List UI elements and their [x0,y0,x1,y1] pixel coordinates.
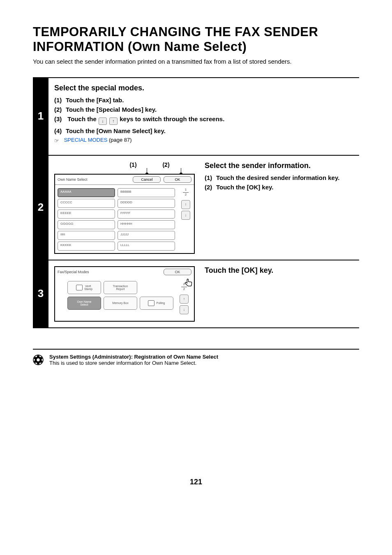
special-modes-link[interactable]: SPECIAL MODES [64,137,108,143]
step2-sub2-text: Touch the [OK] key. [216,184,273,191]
scroll-up-button[interactable]: ↑ [181,200,190,209]
callout-lines [54,168,195,174]
sender-item-a[interactable]: AAAAA [58,188,115,197]
step1-sub3-text-b: keys to switch through the screens. [120,115,224,122]
memory-box-button[interactable]: Memory Box [104,297,137,310]
verif-stamp-button[interactable]: Verif. Stamp [67,281,101,294]
stamp-icon [76,285,83,290]
transaction-report-label: Transaction Report [113,285,128,291]
step2-sub1: (1)Touch the desired sender information … [205,174,339,181]
step2-sub-num-1: (1) [205,174,216,181]
cancel-button[interactable]: Cancel [133,176,161,183]
callout-2-label: (2) [150,161,182,168]
own-name-select-screen: Own Name Select Cancel OK AAAAA BBBBB [54,174,195,254]
own-name-list-area: AAAAA BBBBB CCCCC DDDDD EEEEE FFFFF GGGG… [55,185,194,253]
page-indicator: 1 2 [183,188,189,197]
arrow-down-icon: ↓ [183,307,185,312]
step1-sub1-text: Touch the [Fax] tab. [66,97,124,104]
sender-list: AAAAA BBBBB CCCCC DDDDD EEEEE FFFFF GGGG… [55,185,178,253]
sender-item-d[interactable]: DDDDD [118,199,175,208]
sender-item-g[interactable]: GGGGG [58,220,115,229]
own-name-screen-title: Own Name Select [58,177,88,182]
step-1-title: Select the special modes. [54,84,359,92]
sender-item-h[interactable]: HHHHH [118,220,175,229]
polling-button[interactable]: Polling [140,297,173,310]
sub-num-1: (1) [54,97,66,104]
sender-item-l[interactable]: LLLLL [118,242,175,251]
ok-button[interactable]: OK [164,176,191,183]
own-name-header: Own Name Select Cancel OK [55,175,194,185]
step-number-1: 1 [33,77,48,155]
special-modes-body: Verif. Stamp Transaction Report Own Name… [55,277,194,321]
step-3-body: Fax/Special Modes OK Verif. Stamp [48,260,359,327]
step-number-3: 3 [33,260,48,327]
verif-stamp-label: Verif. Stamp [84,285,92,291]
admin-note: System Settings (Administrator): Registr… [33,352,359,371]
sender-item-i[interactable]: IIIII [58,231,115,240]
polling-icon [148,300,154,306]
step1-sub3-text-a: Touch the [67,115,98,122]
step-2-body: (1) (2) Own Name Select Cancel [48,155,359,260]
sender-item-c[interactable]: CCCCC [58,199,115,208]
admin-title: System Settings (Administrator): Registr… [49,354,218,360]
step1-sub2: (2)Touch the [Special Modes] key. [54,106,359,113]
link-page-ref: (page 87) [107,137,131,143]
step2-title: Select the sender information. [205,161,339,170]
special-modes-grid: Verif. Stamp Transaction Report Own Name… [57,279,173,317]
sender-item-j[interactable]: JJJJJ [118,231,175,240]
special-modes-header: Fax/Special Modes OK [55,267,194,277]
memory-box-label: Memory Box [112,302,128,305]
sm-page-current: 2 [181,283,187,286]
polling-label: Polling [156,302,165,305]
step1-sub2-text: Touch the [Special Modes] key. [66,106,157,113]
sender-item-e[interactable]: EEEEE [58,210,115,219]
step1-linkline: ☞ SPECIAL MODES (page 87) [54,137,359,144]
page-total: 2 [183,193,189,197]
step2-right: Select the sender information. (1)Touch … [205,161,339,193]
document-page: TEMPORARILY CHANGING THE FAX SENDER INFO… [0,0,392,503]
step1-sub4: (4)Touch the [Own Name Select] key. [54,127,359,134]
step2-sub2: (2)Touch the [OK] key. [205,184,339,191]
step-1: 1 Select the special modes. (1)Touch the… [33,77,359,155]
step1-sub4-text: Touch the [Own Name Select] key. [66,127,166,134]
arrow-up-icon: ↑ [185,202,187,207]
callout-row: (1) (2) [54,161,195,168]
page-title: TEMPORARILY CHANGING THE FAX SENDER INFO… [33,25,359,54]
sm-ok-button[interactable]: OK [164,269,191,275]
arrow-down-icon: ↓ [185,213,187,217]
sm-scroll-down-button[interactable]: ↓ [180,305,189,314]
page-title-line1: TEMPORARILY CHANGING THE FAX SENDER [33,25,318,39]
sm-page-total: 2 [181,288,187,291]
page-current: 1 [183,188,189,192]
sm-scroll-up-button[interactable]: ↑ [180,295,189,304]
scroll-down-button[interactable]: ↓ [181,211,190,220]
gear-icon [33,355,44,365]
own-name-select-button[interactable]: Own Name Select [67,297,101,310]
sm-sidebar: 2 2 ↑ ↓ [176,279,192,317]
arrow-down-inline-icon: ↓ [99,117,107,125]
step-2: 2 (1) (2) Own Name [33,155,359,260]
transaction-report-button[interactable]: Transaction Report [104,281,137,294]
sub-num-3: (3) [54,115,66,122]
step2-sub-num-2: (2) [205,184,216,191]
page-number: 121 [33,478,359,486]
callout-1-label: (1) [117,161,150,168]
sub-num-4: (4) [54,127,66,134]
sub-num-2: (2) [54,106,66,113]
step-1-body: Select the special modes. (1)Touch the [… [48,77,359,155]
admin-text: This is used to store sender information… [49,360,218,366]
pointer-icon: ☞ [54,138,62,144]
sender-item-k[interactable]: KKKKK [58,242,115,251]
admin-text-block: System Settings (Administrator): Registr… [49,354,218,366]
step1-sub1: (1)Touch the [Fax] tab. [54,97,359,104]
intro-text: You can select the sender information pr… [33,58,359,65]
empty-cell [140,281,173,294]
step1-sub3: (3) Touch the ↓ ↑ keys to switch through… [54,115,359,125]
steps-container: 1 Select the special modes. (1)Touch the… [33,77,359,328]
special-modes-screen: Fax/Special Modes OK Verif. Stamp [54,266,195,322]
page-title-line2: INFORMATION (Own Name Select) [33,39,247,54]
own-name-select-label: Own Name Select [77,300,91,306]
sender-item-b[interactable]: BBBBB [118,188,175,197]
sender-item-f[interactable]: FFFFF [118,210,175,219]
step3-right: Touch the [OK] key. [205,266,273,279]
